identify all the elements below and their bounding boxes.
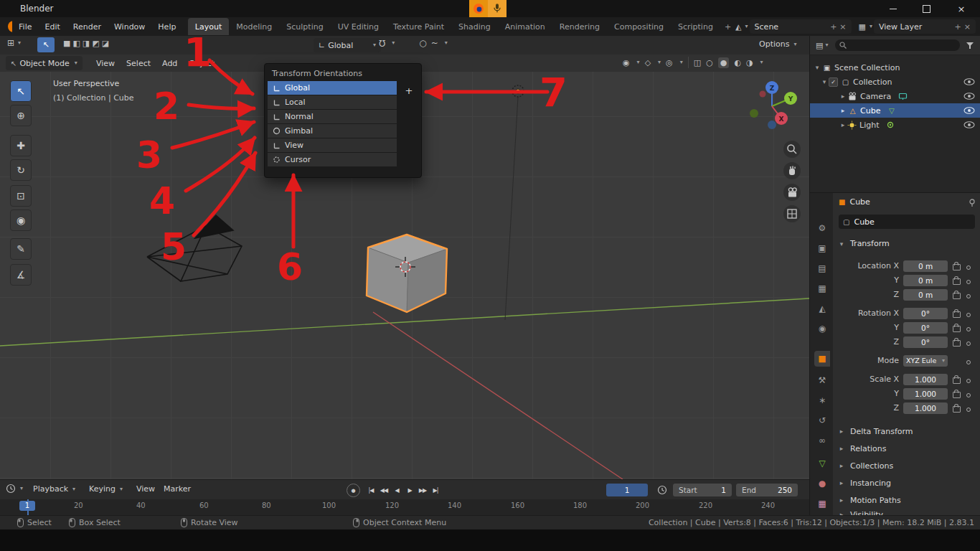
tab-view-layer[interactable]: ▦ [814,281,830,296]
overlays-toggle-icon[interactable]: ◎ [666,58,673,67]
location-z-field[interactable]: 0 m [903,289,948,301]
tab-object[interactable]: ■ [814,351,830,367]
frame-start-field[interactable]: Start 1 [673,484,732,496]
lock-icon[interactable] [953,311,961,318]
remove-view-layer-icon[interactable]: × [964,22,971,32]
camera-object[interactable] [147,215,242,281]
scale-y-field[interactable]: 1.000 [903,388,948,400]
animate-dot-icon[interactable] [966,408,971,412]
menu-edit[interactable]: Edit [38,17,66,36]
animate-dot-icon[interactable] [966,280,971,284]
zoom-button[interactable] [783,141,801,158]
workspace-tab-scripting[interactable]: Scripting [671,18,720,35]
jump-to-end-button[interactable]: ▶| [429,484,442,496]
pin-icon[interactable] [968,199,976,207]
section-collections[interactable]: ▸Collections [837,458,980,473]
record-button[interactable]: ● [347,484,360,497]
shading-rendered-icon[interactable]: ◑ [746,58,753,67]
workspace-tab-texture-paint[interactable]: Texture Paint [386,18,451,35]
play-reverse-button[interactable]: ◀ [390,484,403,496]
shading-solid-icon[interactable]: ● [718,57,730,68]
firefox-overlay-icon[interactable] [469,0,488,17]
playhead-chip[interactable]: 1 [19,501,35,511]
animate-dot-icon[interactable] [966,360,971,364]
shading-material-icon[interactable]: ◐ [734,58,741,67]
expander-icon[interactable]: ▸ [839,93,847,100]
tab-constraints[interactable]: ∞ [814,433,830,448]
unlink-scene-icon[interactable]: × [839,22,846,32]
section-relations[interactable]: ▸Relations [837,441,980,456]
outliner-row-collection[interactable]: ▾ ✓ ▢ Collection [810,75,980,89]
tab-tool[interactable]: ⚙ [814,220,830,236]
menu-window[interactable]: Window [108,17,151,36]
tool-transform[interactable]: ◉ [10,209,32,231]
lock-icon[interactable] [953,264,961,270]
lock-icon[interactable] [953,278,961,285]
new-view-layer-icon[interactable]: + [955,22,961,32]
lock-icon[interactable] [953,326,961,332]
tool-rotate[interactable]: ↻ [10,159,32,181]
outliner-search-input[interactable] [849,41,946,50]
animate-dot-icon[interactable] [966,393,971,397]
proportional-editing-icon[interactable]: ○ [419,38,426,48]
mode-dropdown[interactable]: ↖ Object Mode ▾ [6,56,83,70]
editor-type-selector[interactable]: ⊞ ▾ [7,38,21,48]
select-mode-subtract-icon[interactable]: ◨ [83,39,90,48]
transform-section-header[interactable]: ▾ Transform [837,239,890,248]
workspace-tab-animation[interactable]: Animation [498,18,552,35]
maximize-button[interactable] [910,0,943,17]
menu-file[interactable]: File [12,17,38,36]
cube-object[interactable] [367,235,447,312]
menu-add[interactable]: Add [156,55,183,72]
object-name-field[interactable]: ▢ Cube [839,215,975,229]
lock-icon[interactable] [953,293,961,299]
chevron-down-icon[interactable]: ▾ [637,60,640,65]
menu-view[interactable]: View [90,55,121,72]
tool-move[interactable]: ✚ [10,135,32,156]
workspace-tab-uv-editing[interactable]: UV Editing [331,18,386,35]
chevron-down-icon[interactable]: ▾ [870,24,872,29]
animate-dot-icon[interactable] [966,342,971,346]
menu-help[interactable]: Help [151,17,182,36]
gizmo-z-negative[interactable] [768,121,776,129]
eye-icon[interactable] [963,78,975,85]
rotation-mode-dropdown[interactable]: XYZ Eule ▾ [903,355,948,367]
outliner-search[interactable] [835,39,960,51]
lock-icon[interactable] [953,377,961,384]
tab-particles[interactable]: ∗ [814,392,830,408]
outliner-row-camera[interactable]: ▸ Camera [810,89,980,103]
marker-menu[interactable]: Marker [164,484,191,494]
gizmos-toggle-icon[interactable]: ◇ [645,58,651,67]
animate-dot-icon[interactable] [966,327,971,331]
light-object[interactable] [505,85,524,320]
chevron-down-icon[interactable]: ▾ [658,60,661,65]
workspace-tab-modeling[interactable]: Modeling [229,18,279,35]
menu-render[interactable]: Render [67,17,108,36]
tab-output[interactable]: ▤ [814,260,830,276]
close-button[interactable]: × [943,0,980,17]
current-frame-field[interactable]: 1 [606,484,648,496]
keying-menu[interactable]: Keying▾ [89,484,123,494]
timeline-editor-selector[interactable]: ▾ [6,484,23,494]
animate-dot-icon[interactable] [966,265,971,270]
timeline-view-menu[interactable]: View [136,484,155,494]
transform-orientation-dropdown[interactable]: ∟ Global ▾ [314,38,381,52]
rotation-z-field[interactable]: 0° [903,336,948,348]
gizmo-x-negative[interactable] [760,91,766,98]
play-button[interactable]: ▶ [403,484,416,496]
chevron-down-icon[interactable]: ▾ [760,60,763,65]
new-scene-icon[interactable]: + [830,22,837,32]
tab-modifiers[interactable]: ⚒ [814,372,830,388]
tab-physics[interactable]: ↺ [814,413,830,428]
chevron-down-icon[interactable]: ▾ [680,60,683,65]
outliner-editor-icon[interactable]: ▤ [816,41,823,50]
workspace-tab-layout[interactable]: Layout [188,18,229,35]
scene-icon[interactable]: ◭ [735,22,741,32]
eye-icon[interactable] [963,121,975,128]
active-tool-indicator[interactable]: ↖ [37,37,55,52]
animate-dot-icon[interactable] [966,379,971,383]
chevron-down-icon[interactable]: ▾ [745,24,748,29]
collection-checkbox[interactable]: ✓ [829,77,838,87]
falloff-icon[interactable]: ~ [431,38,438,48]
jump-to-start-button[interactable]: |◀ [364,484,377,496]
